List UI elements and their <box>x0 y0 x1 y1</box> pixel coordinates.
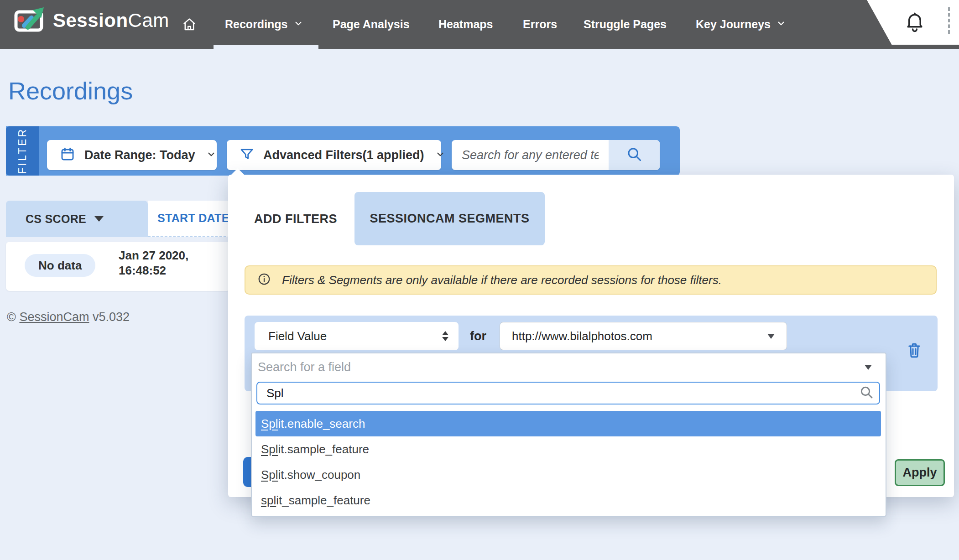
apply-button[interactable]: Apply <box>895 459 945 486</box>
recordings-table-header: CS SCORE START DATE <box>6 201 230 237</box>
field-search-dropdown: Search for a field Split.enable_search S… <box>251 353 886 517</box>
nav-item-errors-label: Errors <box>523 18 557 31</box>
navbar: SessionCam Recordings Page Analysis Heat… <box>0 0 959 49</box>
dashed-divider <box>948 7 950 34</box>
column-header-cs-score[interactable]: CS SCORE <box>6 201 148 237</box>
info-banner: Filters & Segments are only available if… <box>245 265 937 295</box>
info-banner-text: Filters & Segments are only available if… <box>282 273 722 287</box>
footer-brand-link[interactable]: SessionCam <box>19 310 89 324</box>
footer: © SessionCam v5.032 <box>7 310 130 324</box>
tab-sessioncam-segments[interactable]: SESSIONCAM SEGMENTS <box>354 192 545 245</box>
field-combobox-placeholder: Search for a field <box>258 360 351 374</box>
nav-item-heatmaps[interactable]: Heatmaps <box>438 0 493 49</box>
column-header-cs-score-label: CS SCORE <box>26 213 86 226</box>
brand-text: SessionCam <box>53 10 169 31</box>
nav-item-struggle-pages-label: Struggle Pages <box>584 18 667 31</box>
cs-score-badge: No data <box>25 254 95 277</box>
table-row[interactable]: No data Jan 27 2020, 16:48:52 <box>6 242 230 291</box>
home-icon[interactable] <box>182 16 197 34</box>
brand-text-bold: Session <box>53 10 128 31</box>
field-option-split-enable-search[interactable]: Split.enable_search <box>255 411 881 436</box>
brand-text-light: Cam <box>128 10 169 31</box>
calendar-icon <box>60 146 75 164</box>
dropdown-caret-icon <box>767 334 775 339</box>
modal-arrow-notch <box>231 168 245 175</box>
search-input[interactable] <box>452 148 599 163</box>
start-date-value: Jan 27 2020, 16:48:52 <box>119 248 201 278</box>
copyright-symbol: © <box>7 310 16 324</box>
date-range-button[interactable]: Date Range: Today <box>47 140 217 170</box>
nav-item-key-journeys[interactable]: Key Journeys <box>696 0 786 49</box>
footer-version: v5.032 <box>93 310 130 324</box>
field-option-split-sample-feature-underscore[interactable]: split_sample_feature <box>255 487 881 513</box>
chevron-down-icon <box>435 149 445 161</box>
filter-bar: FILTER Date Range: Today Advanced Filter… <box>6 126 680 176</box>
tab-add-filters[interactable]: ADD FILTERS <box>254 209 337 229</box>
navbar-corner <box>867 0 959 45</box>
search-icon <box>859 385 874 401</box>
dropdown-caret-icon <box>865 365 872 370</box>
advanced-filters-modal: ADD FILTERS SESSIONCAM SEGMENTS Filters … <box>228 175 954 497</box>
for-label: for <box>470 329 486 343</box>
chevron-down-icon <box>776 18 786 31</box>
apply-button-label: Apply <box>902 466 937 480</box>
page-title: Recordings <box>8 77 133 105</box>
field-search-inputbox <box>256 382 880 404</box>
text-search-field <box>452 140 660 170</box>
sort-descending-icon <box>94 216 104 222</box>
trash-icon <box>906 353 923 361</box>
field-option-split-show-coupon[interactable]: Split.show_coupon <box>255 462 881 487</box>
field-search-input[interactable] <box>259 386 815 401</box>
tab-add-filters-label: ADD FILTERS <box>254 212 337 226</box>
field-type-select-value: Field Value <box>268 329 327 343</box>
nav-item-key-journeys-label: Key Journeys <box>696 18 771 31</box>
date-range-label: Date Range: Today <box>84 148 195 162</box>
select-spinner-icon <box>442 331 448 341</box>
nav-active-tab-indicator <box>214 45 318 49</box>
nav-item-page-analysis-label: Page Analysis <box>333 18 410 31</box>
nav-item-struggle-pages[interactable]: Struggle Pages <box>584 0 667 49</box>
nav-item-errors[interactable]: Errors <box>523 0 557 49</box>
filter-funnel-icon <box>240 147 254 163</box>
chevron-down-icon <box>293 18 303 31</box>
site-select-value: http://www.bilalphotos.com <box>512 329 652 343</box>
column-header-start-date[interactable]: START DATE <box>148 201 230 237</box>
filter-collapse-tab-label: FILTER <box>16 128 29 174</box>
site-select[interactable]: http://www.bilalphotos.com <box>500 322 787 350</box>
chevron-down-icon <box>206 149 216 161</box>
sessioncam-logo-icon <box>13 5 46 36</box>
field-type-select[interactable]: Field Value <box>255 322 459 350</box>
field-option-split-sample-feature[interactable]: Split.sample_feature <box>255 436 881 462</box>
advanced-filters-label: Advanced Filters(1 applied) <box>263 148 424 162</box>
search-submit-button[interactable] <box>609 140 660 170</box>
info-circle-icon <box>257 272 271 288</box>
tab-sessioncam-segments-label: SESSIONCAM SEGMENTS <box>370 212 529 226</box>
filter-collapse-tab[interactable]: FILTER <box>6 126 39 176</box>
nav-item-recordings[interactable]: Recordings <box>225 0 303 49</box>
search-icon <box>626 146 642 164</box>
delete-filter-button[interactable] <box>906 341 923 361</box>
nav-item-recordings-label: Recordings <box>225 18 288 31</box>
nav-item-page-analysis[interactable]: Page Analysis <box>333 0 410 49</box>
nav-item-heatmaps-label: Heatmaps <box>438 18 493 31</box>
sessioncam-logo[interactable]: SessionCam <box>13 5 169 36</box>
advanced-filters-button[interactable]: Advanced Filters(1 applied) <box>227 140 441 170</box>
column-header-start-date-label: START DATE <box>157 212 229 225</box>
notification-bell-icon[interactable] <box>905 11 924 35</box>
field-combobox[interactable]: Search for a field <box>252 353 886 381</box>
field-options-list: Split.enable_search Split.sample_feature… <box>255 411 881 513</box>
